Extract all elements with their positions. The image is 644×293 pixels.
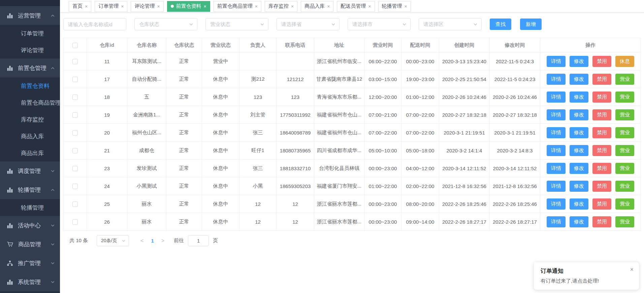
disable-button[interactable]: 禁用 (592, 198, 611, 210)
sidebar-group-14[interactable]: 推广管理 (0, 254, 60, 272)
toggle-business-button[interactable]: 营业 (615, 127, 634, 138)
row-checkbox[interactable] (72, 77, 78, 82)
close-icon[interactable]: × (630, 266, 634, 272)
row-checkbox[interactable] (72, 184, 78, 189)
tab-3[interactable]: 前置仓资料× (167, 1, 210, 12)
tab-2[interactable]: 评论管理× (131, 1, 163, 12)
row-checkbox[interactable] (72, 202, 78, 207)
sidebar-item-2[interactable]: 评论管理 (0, 42, 60, 59)
disable-button[interactable]: 禁用 (592, 74, 611, 85)
tab-1[interactable]: 订单管理× (95, 1, 127, 12)
edit-button[interactable]: 修改 (570, 181, 588, 192)
row-checkbox[interactable] (72, 112, 78, 118)
tab-6[interactable]: 商品入库× (301, 1, 333, 12)
toggle-business-button[interactable]: 营业 (615, 163, 634, 174)
close-icon[interactable]: × (327, 4, 330, 9)
sidebar-group-10[interactable]: 轮播管理 (0, 180, 60, 199)
detail-button[interactable]: 详情 (547, 198, 566, 210)
sidebar-item-11[interactable]: 轮播管理 (0, 199, 60, 216)
goto-page-input[interactable] (188, 235, 209, 246)
detail-button[interactable]: 详情 (547, 216, 566, 227)
select-all-checkbox[interactable] (72, 43, 78, 48)
sidebar-group-9[interactable]: 调度管理 (0, 161, 60, 180)
sidebar-group-3[interactable]: 前置仓管理 (0, 59, 60, 77)
close-icon[interactable]: × (204, 4, 206, 9)
toggle-business-button[interactable]: 营业 (615, 145, 634, 156)
edit-button[interactable]: 修改 (570, 163, 588, 174)
disable-button[interactable]: 禁用 (592, 216, 611, 227)
edit-button[interactable]: 修改 (570, 74, 588, 85)
sidebar-group-12[interactable]: 活动中心 (0, 216, 60, 235)
warehouse-status-select[interactable]: 仓库状态 (134, 18, 197, 30)
detail-button[interactable]: 详情 (547, 181, 566, 192)
sidebar-item-8[interactable]: 商品出库 (0, 145, 60, 161)
toggle-business-button[interactable]: 营业 (615, 74, 634, 85)
toggle-business-button[interactable]: 营业 (615, 198, 634, 210)
sidebar-item-1[interactable]: 订单管理 (0, 25, 60, 42)
sidebar-item-4[interactable]: 前置仓资料 (0, 77, 60, 94)
search-button[interactable]: 查找 (490, 19, 511, 30)
sidebar-item-7[interactable]: 商品入库 (0, 128, 60, 145)
edit-button[interactable]: 修改 (570, 56, 588, 67)
province-select[interactable]: 请选择省 (277, 18, 340, 30)
warehouse-search-input[interactable] (63, 18, 126, 30)
tab-7[interactable]: 配送员管理× (337, 1, 375, 12)
detail-button[interactable]: 详情 (547, 109, 566, 120)
close-icon[interactable]: × (121, 4, 124, 9)
close-icon[interactable]: × (368, 4, 371, 9)
row-checkbox[interactable] (72, 166, 78, 171)
close-icon[interactable]: × (291, 4, 294, 9)
toggle-business-button[interactable]: 营业 (615, 109, 634, 120)
district-select[interactable]: 请选择区 (419, 18, 482, 30)
detail-button[interactable]: 详情 (547, 74, 566, 85)
edit-button[interactable]: 修改 (570, 198, 588, 210)
detail-button[interactable]: 详情 (547, 127, 566, 138)
close-icon[interactable]: × (255, 4, 258, 9)
tab-8[interactable]: 轮播管理× (378, 1, 411, 12)
sidebar-item-6[interactable]: 库存监控 (0, 111, 60, 128)
disable-button[interactable]: 禁用 (592, 91, 611, 103)
detail-button[interactable]: 详情 (547, 145, 566, 156)
sidebar-group-0[interactable]: 运营管理 (0, 6, 60, 25)
toggle-business-button[interactable]: 休息 (615, 56, 634, 67)
disable-button[interactable]: 禁用 (592, 163, 611, 174)
page-number[interactable]: 1 (147, 238, 158, 244)
sidebar-item-5[interactable]: 前置仓商品管理 (0, 94, 60, 111)
toggle-business-button[interactable]: 营业 (615, 181, 634, 192)
detail-button[interactable]: 详情 (547, 91, 566, 103)
disable-button[interactable]: 禁用 (592, 127, 611, 138)
edit-button[interactable]: 修改 (570, 145, 588, 156)
edit-button[interactable]: 修改 (570, 91, 588, 103)
detail-button[interactable]: 详情 (547, 163, 566, 174)
disable-button[interactable]: 禁用 (592, 109, 611, 120)
disable-button[interactable]: 禁用 (592, 145, 611, 156)
row-checkbox[interactable] (72, 148, 78, 153)
row-checkbox[interactable] (72, 59, 78, 64)
tab-0[interactable]: 首页× (69, 1, 91, 12)
close-icon[interactable]: × (405, 4, 407, 9)
row-checkbox[interactable] (72, 95, 78, 100)
close-icon[interactable]: × (85, 4, 88, 9)
detail-button[interactable]: 详情 (547, 56, 566, 67)
add-button[interactable]: 新增 (520, 19, 542, 30)
edit-button[interactable]: 修改 (570, 216, 588, 227)
sidebar-group-13[interactable]: 商品管理 (0, 235, 60, 254)
row-checkbox[interactable] (72, 219, 78, 225)
city-select[interactable]: 请选择市 (348, 18, 411, 30)
tab-5[interactable]: 库存监控× (265, 1, 297, 12)
business-status-select[interactable]: 营业状态 (205, 18, 268, 30)
edit-button[interactable]: 修改 (570, 127, 588, 138)
tab-4[interactable]: 前置仓商品管理× (214, 1, 261, 12)
disable-button[interactable]: 禁用 (592, 56, 611, 67)
sidebar-group-15[interactable]: 系统管理 (0, 272, 60, 291)
toggle-business-button[interactable]: 营业 (615, 216, 634, 227)
disable-button[interactable]: 禁用 (592, 181, 611, 192)
prev-page-button[interactable]: < (137, 238, 147, 244)
row-checkbox[interactable] (72, 130, 78, 136)
close-icon[interactable]: × (157, 4, 160, 9)
cell-business-hours: 07:00~21:00 (364, 106, 401, 124)
edit-button[interactable]: 修改 (570, 109, 588, 120)
next-page-button[interactable]: > (158, 238, 168, 244)
page-size-select[interactable]: 20条/页 (97, 235, 129, 246)
toggle-business-button[interactable]: 营业 (615, 91, 634, 103)
